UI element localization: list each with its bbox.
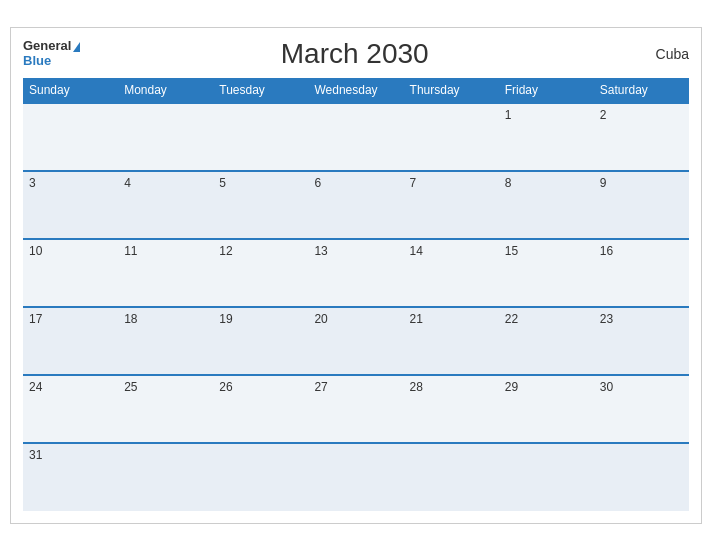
day-cell: 15 bbox=[499, 239, 594, 307]
col-friday: Friday bbox=[499, 78, 594, 103]
day-number: 6 bbox=[314, 176, 321, 190]
day-number: 25 bbox=[124, 380, 137, 394]
day-cell: 22 bbox=[499, 307, 594, 375]
calendar: General Blue March 2030 Cuba Sunday Mond… bbox=[10, 27, 702, 524]
day-number: 24 bbox=[29, 380, 42, 394]
day-cell: 5 bbox=[213, 171, 308, 239]
day-cell bbox=[118, 103, 213, 171]
day-cell bbox=[213, 103, 308, 171]
day-cell bbox=[23, 103, 118, 171]
day-cell: 26 bbox=[213, 375, 308, 443]
week-row-1: 12 bbox=[23, 103, 689, 171]
day-cell bbox=[594, 443, 689, 511]
logo-triangle-icon bbox=[73, 42, 80, 52]
day-number: 13 bbox=[314, 244, 327, 258]
day-cell bbox=[118, 443, 213, 511]
day-cell bbox=[308, 443, 403, 511]
days-of-week-row: Sunday Monday Tuesday Wednesday Thursday… bbox=[23, 78, 689, 103]
logo-blue-text: Blue bbox=[23, 54, 80, 68]
day-cell: 13 bbox=[308, 239, 403, 307]
day-number: 15 bbox=[505, 244, 518, 258]
logo: General Blue bbox=[23, 39, 80, 68]
day-number: 22 bbox=[505, 312, 518, 326]
day-number: 11 bbox=[124, 244, 137, 258]
day-cell: 8 bbox=[499, 171, 594, 239]
day-number: 28 bbox=[410, 380, 423, 394]
day-cell: 16 bbox=[594, 239, 689, 307]
day-number: 20 bbox=[314, 312, 327, 326]
day-cell bbox=[499, 443, 594, 511]
day-cell: 27 bbox=[308, 375, 403, 443]
col-sunday: Sunday bbox=[23, 78, 118, 103]
day-cell: 29 bbox=[499, 375, 594, 443]
col-thursday: Thursday bbox=[404, 78, 499, 103]
day-number: 26 bbox=[219, 380, 232, 394]
day-number: 4 bbox=[124, 176, 131, 190]
day-number: 23 bbox=[600, 312, 613, 326]
day-number: 31 bbox=[29, 448, 42, 462]
day-cell: 3 bbox=[23, 171, 118, 239]
day-cell: 6 bbox=[308, 171, 403, 239]
day-cell: 4 bbox=[118, 171, 213, 239]
day-number: 5 bbox=[219, 176, 226, 190]
day-cell: 30 bbox=[594, 375, 689, 443]
day-cell: 2 bbox=[594, 103, 689, 171]
day-number: 18 bbox=[124, 312, 137, 326]
day-cell: 18 bbox=[118, 307, 213, 375]
day-cell: 20 bbox=[308, 307, 403, 375]
calendar-header-row: Sunday Monday Tuesday Wednesday Thursday… bbox=[23, 78, 689, 103]
week-row-6: 31 bbox=[23, 443, 689, 511]
day-cell: 17 bbox=[23, 307, 118, 375]
day-number: 2 bbox=[600, 108, 607, 122]
day-cell bbox=[404, 103, 499, 171]
day-number: 21 bbox=[410, 312, 423, 326]
day-cell: 21 bbox=[404, 307, 499, 375]
day-number: 30 bbox=[600, 380, 613, 394]
col-monday: Monday bbox=[118, 78, 213, 103]
day-number: 3 bbox=[29, 176, 36, 190]
col-saturday: Saturday bbox=[594, 78, 689, 103]
calendar-body: 1234567891011121314151617181920212223242… bbox=[23, 103, 689, 511]
day-number: 19 bbox=[219, 312, 232, 326]
day-number: 27 bbox=[314, 380, 327, 394]
calendar-title: March 2030 bbox=[80, 38, 629, 70]
col-tuesday: Tuesday bbox=[213, 78, 308, 103]
calendar-header: General Blue March 2030 Cuba bbox=[23, 38, 689, 70]
day-cell: 9 bbox=[594, 171, 689, 239]
day-cell: 10 bbox=[23, 239, 118, 307]
day-number: 9 bbox=[600, 176, 607, 190]
day-number: 12 bbox=[219, 244, 232, 258]
week-row-3: 10111213141516 bbox=[23, 239, 689, 307]
day-cell: 23 bbox=[594, 307, 689, 375]
day-number: 14 bbox=[410, 244, 423, 258]
day-cell: 19 bbox=[213, 307, 308, 375]
day-cell bbox=[213, 443, 308, 511]
day-cell bbox=[404, 443, 499, 511]
week-row-4: 17181920212223 bbox=[23, 307, 689, 375]
week-row-5: 24252627282930 bbox=[23, 375, 689, 443]
day-cell: 24 bbox=[23, 375, 118, 443]
calendar-table: Sunday Monday Tuesday Wednesday Thursday… bbox=[23, 78, 689, 511]
day-cell: 31 bbox=[23, 443, 118, 511]
day-cell bbox=[308, 103, 403, 171]
day-number: 17 bbox=[29, 312, 42, 326]
day-cell: 12 bbox=[213, 239, 308, 307]
day-cell: 11 bbox=[118, 239, 213, 307]
week-row-2: 3456789 bbox=[23, 171, 689, 239]
day-number: 1 bbox=[505, 108, 512, 122]
day-number: 7 bbox=[410, 176, 417, 190]
day-number: 16 bbox=[600, 244, 613, 258]
day-cell: 25 bbox=[118, 375, 213, 443]
day-number: 29 bbox=[505, 380, 518, 394]
logo-general-text: General bbox=[23, 39, 80, 53]
day-number: 10 bbox=[29, 244, 42, 258]
day-cell: 28 bbox=[404, 375, 499, 443]
day-cell: 7 bbox=[404, 171, 499, 239]
day-cell: 14 bbox=[404, 239, 499, 307]
col-wednesday: Wednesday bbox=[308, 78, 403, 103]
day-number: 8 bbox=[505, 176, 512, 190]
calendar-country: Cuba bbox=[629, 46, 689, 62]
day-cell: 1 bbox=[499, 103, 594, 171]
